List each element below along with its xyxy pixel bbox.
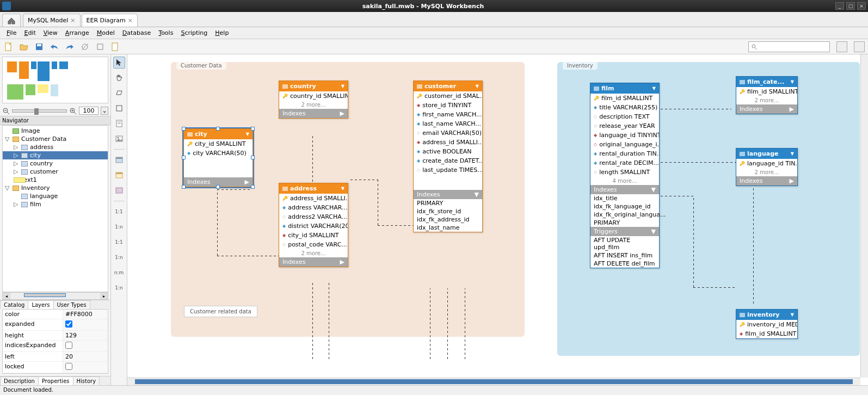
expand-icon[interactable]: ▶ <box>340 110 344 117</box>
canvas-note[interactable]: Customer related data <box>184 306 257 317</box>
table-inventory[interactable]: inventory▼ 🔑inventory_id MED... ◆film_id… <box>736 309 798 339</box>
index-row[interactable]: idx_fk_original_langua... <box>590 211 659 219</box>
tree-item-inventory[interactable]: ▽Inventory <box>3 184 108 192</box>
trigger-row[interactable]: AFT DELETE del_film <box>590 260 659 268</box>
menu-arrange[interactable]: Arrange <box>62 28 93 38</box>
more-row[interactable]: 2 more... <box>736 168 797 176</box>
open-file-button[interactable] <box>19 41 29 52</box>
collapse-icon[interactable]: ▼ <box>475 191 479 198</box>
tree-item-language[interactable]: language <box>3 192 108 200</box>
tree-item-customer[interactable]: ▷customer <box>3 168 108 176</box>
panel-toggle-1[interactable] <box>836 41 847 52</box>
table-customer[interactable]: customer▼ 🔑customer_id SMAL... ◆store_id… <box>413 81 483 232</box>
table-film-category[interactable]: film_cate...▼ 🔑film_id SMALLINT 2 more..… <box>736 76 798 114</box>
index-row[interactable]: PRIMARY <box>414 199 482 207</box>
routine-tool[interactable] <box>113 184 125 196</box>
undo-button[interactable] <box>49 41 60 52</box>
prop-color-value[interactable]: #FF8000 <box>63 310 108 319</box>
menu-database[interactable]: Database <box>119 28 155 38</box>
subtab-layers[interactable]: Layers <box>28 300 53 309</box>
validate-button[interactable] <box>110 41 121 52</box>
tree-hscroll[interactable]: ◂▸ <box>2 292 108 300</box>
align-button[interactable] <box>95 41 106 52</box>
layers-tree[interactable]: Image ▽Customer Data ▷address ▷city ▷cou… <box>2 125 108 292</box>
index-row[interactable]: idx_fk_address_id <box>414 215 482 224</box>
view-tool[interactable] <box>113 169 125 181</box>
image-tool[interactable] <box>113 133 125 145</box>
subtab-catalog[interactable]: Catalog <box>0 300 28 309</box>
rel-1-n-tool[interactable]: 1:n <box>113 221 125 233</box>
menu-edit[interactable]: Edit <box>21 28 39 38</box>
new-file-button[interactable] <box>3 41 14 52</box>
tree-item-text1[interactable]: text1 <box>3 176 108 184</box>
diagram-canvas[interactable]: Customer Data Inventory <box>127 54 860 378</box>
home-tab[interactable] <box>2 14 21 27</box>
table-country[interactable]: country▼ 🔑country_id SMALLINT 2 more... … <box>279 81 348 119</box>
tree-item-city[interactable]: ▷city <box>3 151 108 159</box>
minimize-button[interactable]: _ <box>835 2 844 10</box>
collapse-icon[interactable]: ▼ <box>341 84 344 89</box>
collapse-icon[interactable]: ▼ <box>341 186 344 191</box>
tab-close-icon[interactable]: × <box>128 17 133 24</box>
prop-indicesexp-value[interactable] <box>63 341 108 351</box>
tab-eer-diagram[interactable]: EER Diagram× <box>82 14 138 27</box>
collapse-icon[interactable]: ▼ <box>246 132 249 137</box>
rel-existing-tool[interactable]: 1:n <box>113 282 125 294</box>
index-row[interactable]: idx_fk_language_id <box>590 202 659 211</box>
zoom-dropdown[interactable]: ⌄ <box>101 107 108 115</box>
menu-help[interactable]: Help <box>212 28 232 38</box>
table-city[interactable]: city▼ 🔑city_id SMALLINT ◆city VARCHAR(50… <box>183 128 253 187</box>
index-row[interactable]: idx_last_name <box>414 224 482 232</box>
trigger-row[interactable]: AFT INSERT ins_film <box>590 251 659 260</box>
tab-mysql-model[interactable]: MySQL Model× <box>23 14 81 27</box>
rel-1-1-id-tool[interactable]: 1:1 <box>113 236 125 248</box>
rel-n-m-tool[interactable]: n:m <box>113 267 125 279</box>
tree-item-address[interactable]: ▷address <box>3 143 108 151</box>
canvas-vscroll[interactable] <box>860 54 868 378</box>
collapse-icon[interactable]: ▼ <box>651 186 656 193</box>
navigator-minimap[interactable] <box>2 57 108 103</box>
panel-toggle-2[interactable] <box>854 41 865 52</box>
save-button[interactable] <box>34 41 45 52</box>
table-tool[interactable] <box>113 154 125 166</box>
expand-icon[interactable]: ▶ <box>790 106 794 113</box>
prop-locked-value[interactable] <box>63 362 108 373</box>
zoom-value[interactable]: 100 <box>79 107 99 115</box>
prop-height-value[interactable]: 129 <box>63 331 108 340</box>
tree-item-country[interactable]: ▷country <box>3 159 108 168</box>
menu-tools[interactable]: Tools <box>155 28 176 38</box>
subtab-description[interactable]: Description <box>0 377 39 385</box>
index-row[interactable]: idx_fk_store_id <box>414 207 482 215</box>
tree-item-film[interactable]: ▷film <box>3 200 108 208</box>
layer-tool[interactable] <box>113 102 125 114</box>
search-input[interactable] <box>748 41 830 52</box>
redo-button[interactable] <box>64 41 75 52</box>
maximize-button[interactable]: ▢ <box>846 2 855 10</box>
more-row[interactable]: 2 more... <box>279 249 348 257</box>
zoom-out-icon[interactable] <box>2 107 10 115</box>
collapse-icon[interactable]: ▼ <box>791 79 794 84</box>
index-row[interactable]: PRIMARY <box>590 219 659 227</box>
eraser-tool[interactable] <box>113 87 125 99</box>
tree-item-image[interactable]: Image <box>3 127 108 135</box>
pointer-tool[interactable] <box>113 57 125 69</box>
menu-file[interactable]: File <box>3 28 20 38</box>
collapse-icon[interactable]: ▼ <box>652 86 656 91</box>
subtab-properties[interactable]: Properties <box>38 377 73 385</box>
zoom-in-icon[interactable] <box>69 107 77 115</box>
toggle-grid-button[interactable] <box>79 41 90 52</box>
expand-icon[interactable]: ▶ <box>245 178 249 186</box>
canvas-hscroll[interactable] <box>127 378 860 385</box>
prop-left-value[interactable]: 20 <box>63 352 108 361</box>
hand-tool[interactable] <box>113 72 125 84</box>
table-language[interactable]: language▼ 🔑language_id TIN... 2 more... … <box>736 148 798 186</box>
menu-view[interactable]: View <box>40 28 61 38</box>
tab-close-icon[interactable]: × <box>70 17 75 24</box>
collapse-icon[interactable]: ▼ <box>791 312 794 317</box>
tree-item-customer-data[interactable]: ▽Customer Data <box>3 135 108 143</box>
expand-icon[interactable]: ▶ <box>790 177 794 184</box>
index-row[interactable]: idx_title <box>590 194 659 202</box>
collapse-icon[interactable]: ▼ <box>791 151 794 156</box>
zoom-slider[interactable] <box>12 109 67 113</box>
rel-1-1-tool[interactable]: 1:1 <box>113 206 125 218</box>
